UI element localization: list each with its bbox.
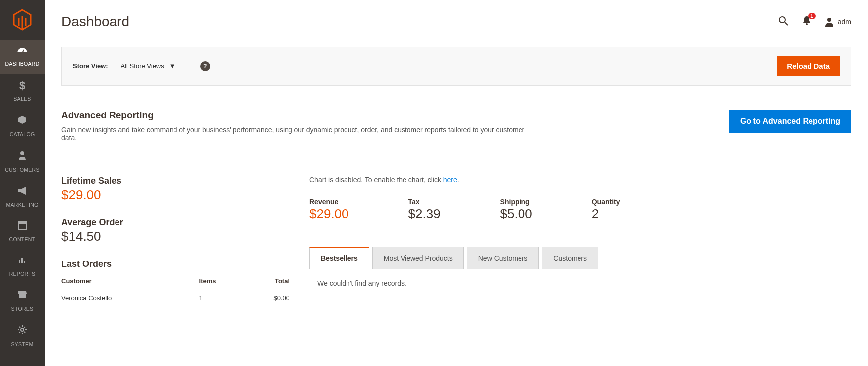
notification-badge: 1 (808, 13, 816, 19)
metric-value: 2 (592, 207, 620, 222)
nav-label: CUSTOMERS (5, 167, 40, 173)
person-icon (2, 151, 43, 162)
user-menu[interactable]: adm (825, 17, 851, 27)
user-icon (825, 17, 834, 27)
nav-label: CONTENT (9, 236, 36, 242)
box-icon (2, 115, 43, 127)
nav-label: MARKETING (6, 202, 38, 208)
last-orders-table: Customer Items Total Veronica Costello 1… (61, 273, 289, 307)
gauge-icon (2, 46, 43, 56)
page-title: Dashboard (61, 14, 129, 30)
dollar-icon: $ (2, 80, 43, 91)
lifetime-sales-label: Lifetime Sales (61, 176, 289, 186)
tab-bestsellers[interactable]: Bestsellers (309, 247, 369, 269)
nav-label: STORES (11, 306, 34, 312)
metric-label: Shipping (500, 198, 532, 206)
nav-customers[interactable]: CUSTOMERS (0, 145, 45, 180)
cell-total: $0.00 (245, 289, 289, 307)
metric-shipping: Shipping $5.00 (500, 198, 532, 222)
metrics-row: Revenue $29.00 Tax $2.39 Shipping $5.00 … (309, 198, 851, 222)
metric-label: Tax (408, 198, 441, 206)
average-order-value: $14.50 (61, 229, 289, 244)
tab-content-empty: We couldn't find any records. (309, 269, 851, 287)
metric-label: Revenue (309, 198, 349, 206)
metric-value: $29.00 (309, 207, 349, 222)
store-view-label: Store View: (73, 62, 108, 70)
go-to-advanced-reporting-button[interactable]: Go to Advanced Reporting (729, 110, 851, 133)
svg-rect-8 (19, 294, 26, 298)
table-row[interactable]: Veronica Costello 1 $0.00 (61, 289, 289, 307)
svg-point-9 (21, 328, 24, 331)
metric-revenue: Revenue $29.00 (309, 198, 349, 222)
logo[interactable] (0, 0, 45, 40)
chart-note-prefix: Chart is disabled. To enable the chart, … (309, 176, 443, 184)
chart-note-suffix: . (457, 176, 459, 184)
help-button[interactable]: ? (200, 61, 210, 71)
store-view-value: All Store Views (121, 62, 164, 70)
header-actions: 1 adm (778, 16, 851, 28)
average-order-block: Average Order $14.50 (61, 217, 289, 244)
advanced-reporting-section: Advanced Reporting Gain new insights and… (61, 110, 851, 142)
metric-quantity: Quantity 2 (592, 198, 620, 222)
col-items: Items (199, 273, 245, 289)
megaphone-icon (2, 186, 43, 197)
svg-rect-7 (24, 261, 25, 263)
store-view-select[interactable]: All Store Views ▼ (121, 62, 175, 70)
search-button[interactable] (778, 16, 788, 28)
search-icon (778, 16, 788, 26)
nav-system[interactable]: SYSTEM (0, 319, 45, 355)
bars-icon (2, 256, 43, 266)
svg-point-2 (20, 151, 24, 155)
advanced-reporting-desc: Gain new insights and take command of yo… (61, 126, 537, 142)
last-orders-title: Last Orders (61, 259, 289, 269)
nav-label: REPORTS (9, 271, 36, 277)
lifetime-sales-value: $29.00 (61, 187, 289, 203)
metric-value: $5.00 (500, 207, 532, 222)
nav-catalog[interactable]: CATALOG (0, 109, 45, 145)
layout-icon (2, 221, 43, 232)
divider (61, 156, 851, 156)
average-order-label: Average Order (61, 217, 289, 228)
toolbar: Store View: All Store Views ▼ ? Reload D… (61, 47, 851, 86)
col-customer: Customer (61, 273, 199, 289)
page-header: Dashboard 1 adm (61, 14, 851, 30)
tabs: Bestsellers Most Viewed Products New Cus… (309, 247, 851, 269)
metric-value: $2.39 (408, 207, 441, 222)
cell-items: 1 (199, 289, 245, 307)
enable-chart-link[interactable]: here (443, 176, 457, 184)
lifetime-sales-block: Lifetime Sales $29.00 (61, 176, 289, 203)
magento-logo-icon (12, 9, 32, 31)
nav-content[interactable]: CONTENT (0, 215, 45, 250)
user-name: adm (838, 18, 851, 26)
metric-label: Quantity (592, 198, 620, 206)
nav-sales[interactable]: $ SALES (0, 74, 45, 109)
sidebar: DASHBOARD $ SALES CATALOG CUSTOMERS MARK… (0, 0, 45, 366)
metric-tax: Tax $2.39 (408, 198, 441, 222)
nav-label: CATALOG (10, 131, 35, 137)
svg-rect-5 (19, 260, 20, 263)
nav-dashboard[interactable]: DASHBOARD (0, 40, 45, 74)
svg-point-13 (827, 18, 831, 22)
nav-reports[interactable]: REPORTS (0, 250, 45, 284)
reload-data-button[interactable]: Reload Data (777, 56, 840, 76)
svg-point-12 (806, 23, 808, 25)
nav-label: DASHBOARD (5, 61, 39, 67)
tab-customers[interactable]: Customers (542, 247, 598, 269)
gear-icon (2, 325, 43, 337)
svg-rect-4 (18, 221, 26, 224)
chart-disabled-note: Chart is disabled. To enable the chart, … (309, 176, 851, 184)
tab-new-customers[interactable]: New Customers (467, 247, 539, 269)
svg-line-11 (785, 22, 788, 25)
nav-marketing[interactable]: MARKETING (0, 180, 45, 215)
advanced-reporting-title: Advanced Reporting (61, 110, 537, 121)
nav-stores[interactable]: STORES (0, 284, 45, 319)
svg-point-10 (779, 17, 785, 23)
notifications-button[interactable]: 1 (802, 16, 811, 28)
svg-rect-6 (21, 258, 23, 263)
divider (61, 100, 851, 100)
store-icon (2, 290, 43, 301)
main-content: Dashboard 1 adm Store View: All St (45, 0, 868, 366)
nav-label: SYSTEM (11, 341, 34, 347)
tab-most-viewed[interactable]: Most Viewed Products (372, 247, 464, 269)
col-total: Total (245, 273, 289, 289)
